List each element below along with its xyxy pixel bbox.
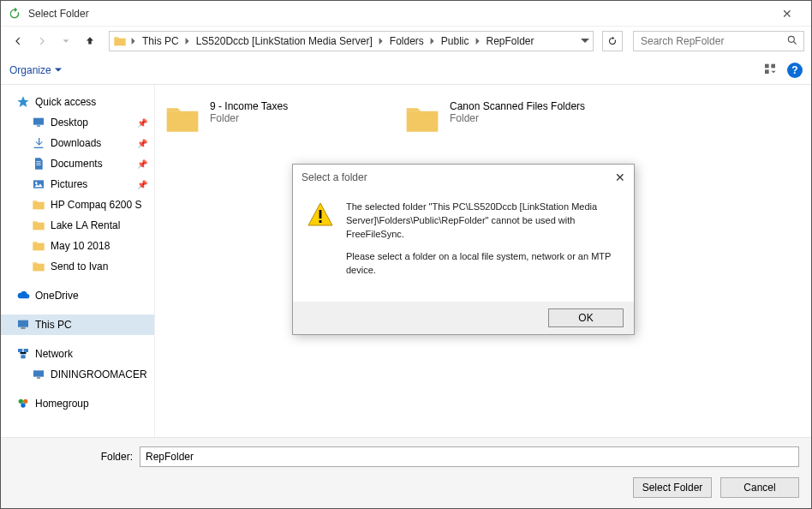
tree-item-folder[interactable]: Send to Ivan [1, 256, 154, 277]
tree-label: Network [35, 348, 73, 360]
chevron-right-icon[interactable] [427, 38, 438, 45]
organize-menu[interactable]: Organize [9, 64, 62, 76]
tree-label: DININGROOMACER [51, 368, 147, 380]
breadcrumb-item[interactable]: Public [439, 35, 471, 47]
svg-rect-10 [21, 327, 25, 328]
folder-icon [32, 198, 45, 212]
tree-label: Desktop [51, 117, 88, 129]
tree-item-downloads[interactable]: Downloads📌 [1, 133, 154, 153]
refresh-button[interactable] [602, 31, 623, 51]
chevron-right-icon[interactable] [128, 38, 139, 45]
folder-item[interactable]: 9 - Income Taxes Folder [164, 100, 369, 138]
help-button[interactable]: ? [787, 63, 803, 78]
svg-rect-13 [21, 355, 25, 358]
dialog-text-2: Please select a folder on a local file s… [346, 250, 620, 278]
tree-label: May 10 2018 [51, 240, 110, 252]
tree-network[interactable]: Network [1, 344, 154, 364]
address-bar[interactable]: This PC LS520Dccb [LinkStation Media Ser… [109, 31, 594, 51]
folder-icon [32, 239, 45, 253]
select-folder-window: Select Folder ✕ This PC LS520Dccb [LinkS… [0, 0, 812, 509]
item-type: Folder [210, 112, 288, 124]
navigation-pane: Quick access Desktop📌 Downloads📌 Documen… [1, 85, 155, 437]
select-folder-button[interactable]: Select Folder [633, 477, 712, 498]
dialog-titlebar: Select a folder ✕ [293, 165, 634, 190]
breadcrumb-item[interactable]: This PC [140, 35, 181, 47]
svg-rect-4 [33, 118, 44, 125]
breadcrumb-item[interactable]: RepFolder [485, 35, 536, 47]
breadcrumb-item[interactable]: Folders [388, 35, 426, 47]
svg-rect-2 [771, 64, 775, 69]
chevron-right-icon[interactable] [182, 38, 193, 45]
item-type: Folder [450, 112, 585, 124]
svg-rect-5 [37, 125, 40, 126]
cancel-button[interactable]: Cancel [720, 477, 799, 498]
folder-icon [113, 34, 127, 48]
nav-up-button[interactable] [80, 31, 100, 51]
tree-homegroup[interactable]: Homegroup [1, 393, 154, 414]
tree-item-documents[interactable]: Documents📌 [1, 153, 154, 174]
search-icon [786, 34, 798, 49]
tree-label: Send to Ivan [51, 260, 108, 272]
warning-icon [307, 201, 334, 228]
ok-button[interactable]: OK [548, 308, 624, 327]
dialog-message: The selected folder "This PC\LS520Dccb [… [346, 201, 620, 286]
tree-quick-access[interactable]: Quick access [1, 92, 154, 112]
window-close-button[interactable]: ✕ [770, 7, 804, 21]
view-options-button[interactable] [763, 62, 777, 78]
nav-forward-button[interactable] [32, 31, 52, 51]
svg-rect-14 [33, 370, 44, 376]
svg-rect-3 [765, 69, 769, 74]
svg-rect-6 [34, 147, 44, 148]
svg-rect-11 [18, 349, 22, 352]
pin-icon: 📌 [137, 180, 147, 189]
svg-point-16 [19, 399, 23, 404]
item-name: Canon Scanned Files Folders [450, 100, 585, 112]
dialog-close-button[interactable]: ✕ [615, 171, 625, 184]
command-bar: Organize ? [1, 56, 811, 85]
nav-recent-dropdown[interactable] [56, 31, 76, 51]
onedrive-icon [16, 289, 30, 302]
svg-rect-12 [24, 349, 28, 352]
documents-icon [32, 157, 45, 171]
tree-label: Downloads [51, 137, 101, 149]
address-dropdown[interactable] [581, 37, 589, 45]
chevron-right-icon[interactable] [473, 38, 483, 45]
quick-access-icon [16, 95, 30, 109]
nav-back-button[interactable] [8, 31, 28, 51]
downloads-icon [32, 136, 45, 150]
search-box[interactable] [633, 31, 804, 51]
chevron-right-icon[interactable] [376, 38, 386, 45]
pin-icon: 📌 [137, 118, 147, 128]
folder-icon [403, 100, 441, 138]
homegroup-icon [16, 397, 30, 410]
folder-item[interactable]: Canon Scanned Files Folders Folder [403, 100, 609, 138]
tree-label: Quick access [35, 96, 96, 108]
tree-label: Homegroup [35, 398, 89, 410]
tree-item-pictures[interactable]: Pictures📌 [1, 174, 154, 195]
tree-label: Documents [51, 158, 103, 170]
nav-toolbar: This PC LS520Dccb [LinkStation Media Ser… [1, 27, 811, 56]
tree-this-pc[interactable]: This PC [1, 314, 154, 335]
svg-rect-15 [37, 377, 40, 378]
folder-icon [164, 100, 201, 138]
tree-item-folder[interactable]: HP Compaq 6200 S [1, 195, 154, 215]
tree-onedrive[interactable]: OneDrive [1, 285, 154, 306]
pictures-icon [32, 177, 45, 191]
svg-rect-9 [18, 320, 28, 327]
search-input[interactable] [639, 34, 786, 48]
breadcrumb-item[interactable]: LS520Dccb [LinkStation Media Server] [194, 35, 374, 47]
dialog-title: Select a folder [302, 171, 367, 183]
tree-item-folder[interactable]: Lake LA Rental [1, 215, 154, 236]
svg-point-17 [23, 399, 27, 404]
item-name: 9 - Income Taxes [210, 100, 288, 112]
svg-point-18 [21, 403, 25, 407]
desktop-icon [32, 116, 45, 129]
folder-name-input[interactable] [140, 446, 799, 467]
network-icon [16, 347, 30, 361]
svg-point-0 [788, 36, 794, 42]
folder-label: Folder: [13, 451, 133, 463]
tree-label: Pictures [51, 178, 87, 190]
tree-network-computer[interactable]: DININGROOMACER [1, 364, 154, 385]
tree-item-desktop[interactable]: Desktop📌 [1, 112, 154, 133]
tree-item-folder[interactable]: May 10 2018 [1, 236, 154, 256]
